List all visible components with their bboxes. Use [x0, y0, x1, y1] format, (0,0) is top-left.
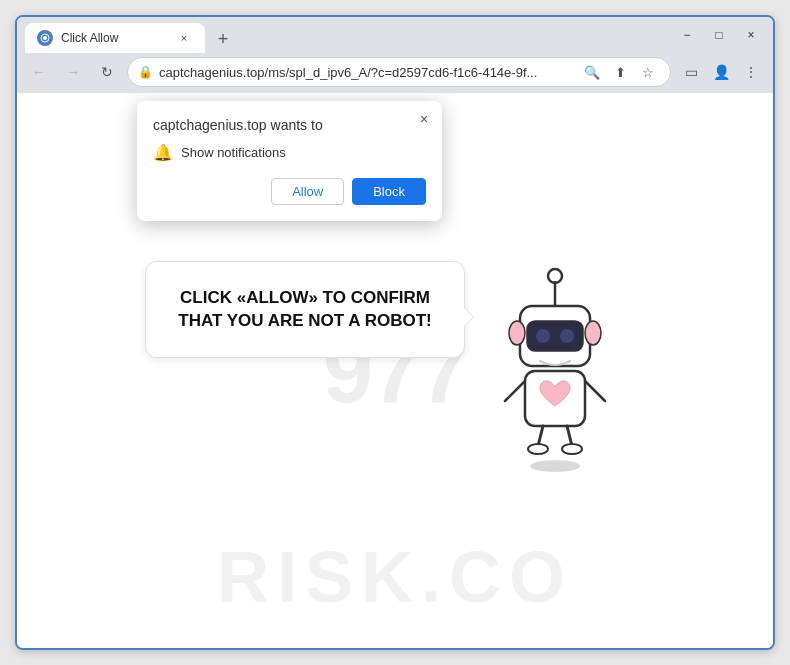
captcha-container: CLICK «ALLOW» TO CONFIRM THAT YOU ARE NO…: [145, 261, 645, 481]
menu-icon[interactable]: ⋮: [737, 58, 765, 86]
forward-button[interactable]: →: [59, 58, 87, 86]
svg-line-14: [585, 381, 605, 401]
popup-notification-row: 🔔 Show notifications: [153, 143, 426, 162]
reload-button[interactable]: ↻: [93, 58, 121, 86]
notification-text: Show notifications: [181, 145, 286, 160]
allow-button[interactable]: Allow: [271, 178, 344, 205]
url-text: captchagenius.top/ms/spl_d_ipv6_A/?c=d25…: [159, 65, 574, 80]
bell-icon: 🔔: [153, 143, 173, 162]
new-tab-button[interactable]: +: [209, 25, 237, 53]
captcha-text: CLICK «ALLOW» TO CONFIRM THAT YOU ARE NO…: [174, 286, 436, 334]
minimize-button[interactable]: −: [673, 21, 701, 49]
toolbar-actions: ▭ 👤 ⋮: [677, 58, 765, 86]
bookmark-icon[interactable]: ☆: [636, 60, 660, 84]
close-window-button[interactable]: ×: [737, 21, 765, 49]
notification-popup: × captchagenius.top wants to 🔔 Show noti…: [137, 101, 442, 221]
maximize-button[interactable]: □: [705, 21, 733, 49]
tab-close-button[interactable]: ×: [175, 29, 193, 47]
popup-close-button[interactable]: ×: [414, 109, 434, 129]
browser-window: Click Allow × + − □ × ← → ↻ 🔒 captchagen…: [15, 15, 775, 650]
svg-point-3: [548, 269, 562, 283]
window-controls: − □ ×: [673, 21, 765, 49]
svg-point-17: [528, 444, 548, 454]
svg-line-13: [505, 381, 525, 401]
svg-point-19: [530, 460, 580, 472]
svg-point-1: [43, 36, 47, 40]
lock-icon: 🔒: [138, 65, 153, 79]
tab-area: Click Allow × +: [25, 17, 665, 53]
popup-buttons: Allow Block: [153, 178, 426, 205]
url-bar[interactable]: 🔒 captchagenius.top/ms/spl_d_ipv6_A/?c=d…: [127, 57, 671, 87]
speech-bubble: CLICK «ALLOW» TO CONFIRM THAT YOU ARE NO…: [145, 261, 465, 359]
tab-title: Click Allow: [61, 31, 167, 45]
title-bar: Click Allow × + − □ ×: [17, 17, 773, 53]
svg-point-11: [585, 321, 601, 345]
tab-favicon: [37, 30, 53, 46]
sidebar-icon[interactable]: ▭: [677, 58, 705, 86]
page-content: 977 RISK.CO × captchagenius.top wants to…: [17, 93, 773, 648]
address-bar: ← → ↻ 🔒 captchagenius.top/ms/spl_d_ipv6_…: [17, 53, 773, 93]
url-actions: 🔍 ⬆ ☆: [580, 60, 660, 84]
svg-line-16: [567, 426, 572, 446]
svg-point-9: [560, 329, 574, 343]
block-button[interactable]: Block: [352, 178, 426, 205]
search-icon[interactable]: 🔍: [580, 60, 604, 84]
profile-icon[interactable]: 👤: [707, 58, 735, 86]
svg-point-10: [509, 321, 525, 345]
popup-title: captchagenius.top wants to: [153, 117, 426, 133]
robot-image: [465, 261, 645, 481]
svg-point-18: [562, 444, 582, 454]
browser-tab[interactable]: Click Allow ×: [25, 23, 205, 53]
back-button[interactable]: ←: [25, 58, 53, 86]
share-icon[interactable]: ⬆: [608, 60, 632, 84]
svg-line-15: [538, 426, 543, 446]
svg-point-7: [536, 329, 550, 343]
